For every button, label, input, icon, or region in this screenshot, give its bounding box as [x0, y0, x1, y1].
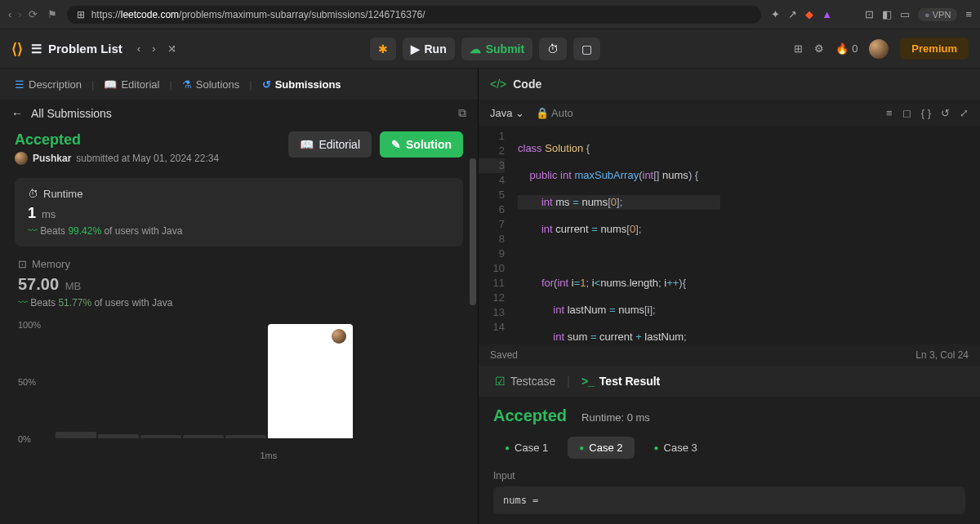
premium-button[interactable]: Premium: [900, 38, 969, 60]
tab-submissions[interactable]: ↺Submissions: [256, 73, 348, 95]
bar: [225, 435, 266, 438]
submission-content: Accepted Pushkar submitted at May 01, 20…: [0, 127, 478, 524]
chart-icon: 〰: [18, 297, 28, 309]
runtime-card[interactable]: ⏱Runtime 1 ms 〰 Beats 99.42% of users wi…: [15, 178, 463, 246]
lock-icon: ⊞: [77, 9, 85, 20]
result-tabs: ☑Testcase | >_Test Result: [479, 366, 980, 397]
url-bar[interactable]: ⊞ https://leetcode.com/problems/maximum-…: [67, 6, 762, 24]
saved-status: Saved: [490, 349, 518, 361]
settings-icon[interactable]: ⚙: [814, 42, 824, 55]
copy-link-icon[interactable]: ⧉: [458, 106, 466, 120]
stopwatch-icon: ⏱: [547, 42, 559, 56]
editor-status-bar: Saved Ln 3, Col 24: [479, 344, 980, 366]
debug-button[interactable]: ✱: [370, 38, 396, 60]
language-select[interactable]: Java ⌄: [490, 107, 524, 119]
star-icon[interactable]: ✦: [771, 8, 780, 20]
bookmark-icon[interactable]: ◻: [902, 107, 911, 119]
menu-icon[interactable]: ≡: [965, 8, 972, 20]
bookmark-icon[interactable]: ⚑: [47, 8, 57, 20]
input-section: Input nums =: [493, 470, 965, 514]
note-icon: ▢: [581, 42, 592, 56]
runtime-chart: 100% 50% 0% 1ms: [18, 320, 460, 459]
clock-icon: ⏱: [28, 188, 38, 200]
layout-icon[interactable]: ⊞: [794, 42, 803, 55]
test-cases: ●Case 1 ●Case 2 ●Case 3: [493, 437, 965, 459]
right-panel: </> Code Java ⌄ 🔒 Auto ≡ ◻ { } ↺ ⤢ 12345…: [479, 69, 980, 524]
edit-icon: ✎: [391, 138, 401, 151]
memory-section: ⊡Memory 57.00 MB 〰 Beats 51.77% of users…: [15, 258, 463, 459]
leetcode-logo[interactable]: ⟨⟩: [11, 40, 23, 58]
verdict-title: Accepted: [15, 131, 219, 149]
submit-button[interactable]: ☁Submit: [461, 38, 532, 60]
back-arrow-icon[interactable]: ←: [11, 107, 23, 120]
scrollbar[interactable]: [470, 158, 476, 305]
reload-icon[interactable]: ⟳: [29, 8, 38, 20]
subheader: ← All Submissions ⧉: [0, 100, 478, 127]
bar-current[interactable]: [268, 324, 353, 438]
doc-icon: ☰: [15, 78, 24, 91]
chart-icon: 〰: [28, 225, 38, 237]
ext-icon[interactable]: ⊡: [865, 8, 874, 20]
flask-icon: ⚗: [182, 78, 192, 91]
format-icon[interactable]: ≡: [886, 107, 893, 119]
result-verdict: Accepted: [493, 406, 567, 425]
center-actions: ✱ ▶Run ☁Submit ⏱ ▢: [370, 38, 601, 60]
browser-chrome: ‹ › ⟳ ⚑ ⊞ https://leetcode.com/problems/…: [0, 0, 980, 29]
main-split: ☰Description | 📖Editorial | ⚗Solutions |…: [0, 69, 980, 524]
tab-solutions[interactable]: ⚗Solutions: [176, 73, 246, 95]
input-box: nums =: [493, 486, 965, 514]
username[interactable]: Pushkar: [33, 153, 71, 164]
solution-button[interactable]: ✎Solution: [380, 131, 463, 158]
avatar[interactable]: [869, 39, 889, 59]
result-body: Accepted Runtime: 0 ms ●Case 1 ●Case 2 ●…: [479, 397, 980, 524]
wallet-icon[interactable]: ▭: [900, 8, 910, 20]
case-3[interactable]: ●Case 3: [643, 437, 709, 459]
marker-avatar: [332, 329, 346, 344]
tab-test-result[interactable]: >_Test Result: [577, 371, 665, 391]
auto-complete[interactable]: 🔒 Auto: [536, 107, 573, 119]
vpn-badge[interactable]: ● VPN: [918, 8, 957, 21]
tab-editorial[interactable]: 📖Editorial: [97, 73, 166, 95]
forward-icon[interactable]: ›: [18, 8, 21, 20]
code-header: </> Code: [479, 69, 980, 100]
reset-icon[interactable]: ↺: [941, 107, 950, 119]
streak[interactable]: 🔥0: [835, 42, 858, 55]
next-problem-icon[interactable]: ›: [152, 42, 155, 55]
tab-description[interactable]: ☰Description: [8, 73, 88, 95]
notes-button[interactable]: ▢: [573, 38, 600, 60]
timer-button[interactable]: ⏱: [539, 38, 567, 60]
browser-actions: ✦ ↗ ◆ ▲ ⊡ ◧ ▭ ● VPN ≡: [771, 8, 972, 21]
tab-testcase[interactable]: ☑Testcase: [490, 371, 560, 391]
check-icon: ☑: [495, 375, 506, 388]
bar: [98, 434, 139, 438]
brave-icon[interactable]: ◆: [805, 8, 813, 20]
cloud-icon: ☁: [470, 42, 481, 56]
warn-icon[interactable]: ▲: [822, 8, 832, 20]
all-submissions-link[interactable]: All Submissions: [31, 107, 112, 120]
case-1[interactable]: ●Case 1: [493, 437, 559, 459]
share-icon[interactable]: ↗: [788, 8, 797, 20]
problem-list-button[interactable]: ☰ Problem List: [31, 42, 122, 56]
fullscreen-icon[interactable]: ⤢: [960, 107, 969, 119]
app-toolbar: ⟨⟩ ☰ Problem List ‹ › ⤨ ✱ ▶Run ☁Submit ⏱…: [0, 29, 980, 69]
browser-nav: ‹ › ⟳: [8, 8, 38, 20]
play-icon: ▶: [411, 42, 420, 56]
book-icon: 📖: [104, 78, 117, 91]
problem-nav: ‹ › ⤨: [137, 42, 176, 55]
case-2[interactable]: ●Case 2: [568, 437, 634, 459]
shuffle-icon[interactable]: ⤨: [167, 42, 176, 55]
lang-bar: Java ⌄ 🔒 Auto ≡ ◻ { } ↺ ⤢: [479, 100, 980, 126]
code-editor[interactable]: 1234567891011121314 class Solution { pub…: [479, 126, 980, 344]
y-axis-0: 0%: [18, 434, 31, 444]
code-body[interactable]: class Solution { public int maxSubArray(…: [511, 126, 720, 344]
braces-icon[interactable]: { }: [921, 107, 931, 119]
editorial-button[interactable]: 📖Editorial: [288, 131, 372, 158]
user-avatar-small: [15, 152, 28, 165]
panel-icon[interactable]: ◧: [882, 8, 892, 20]
code-icon: </>: [490, 78, 506, 91]
run-button[interactable]: ▶Run: [403, 38, 455, 60]
prev-problem-icon[interactable]: ‹: [137, 42, 140, 55]
terminal-icon: >_: [581, 375, 595, 388]
back-icon[interactable]: ‹: [8, 8, 11, 20]
lock-icon: 🔒: [536, 107, 549, 119]
